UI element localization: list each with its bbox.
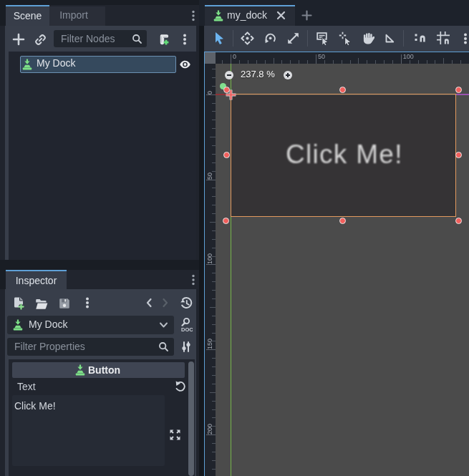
svg-text:DOC: DOC — [181, 326, 193, 333]
